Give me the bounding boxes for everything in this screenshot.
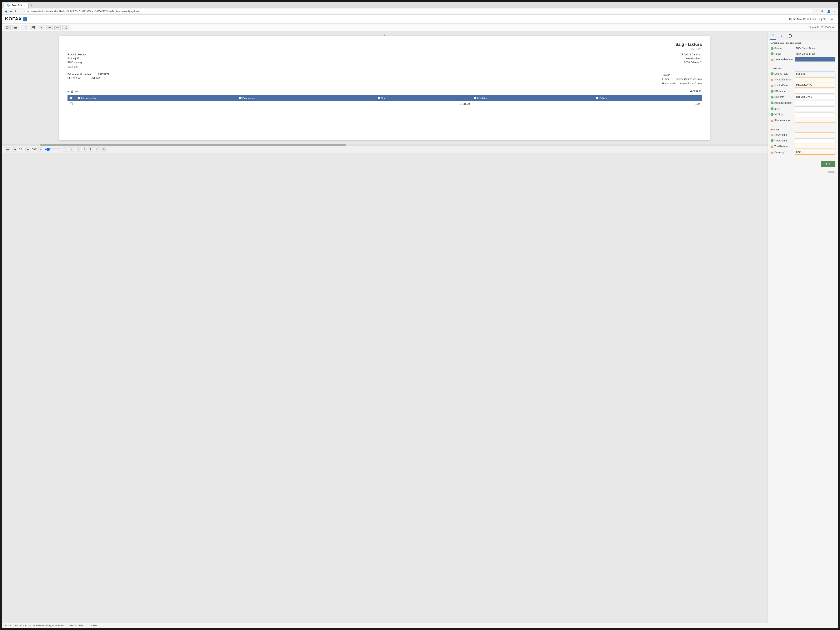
ponumber-input[interactable]	[795, 89, 835, 93]
new-tab-button[interactable]: +	[28, 3, 35, 8]
scrollbar-thumb[interactable]	[40, 144, 346, 146]
col-qty: Qty	[381, 97, 385, 100]
fit-width-btn[interactable]: ↔	[76, 147, 81, 152]
bookmark-button[interactable]: ☆	[814, 9, 818, 13]
row-checkbox[interactable]	[69, 102, 73, 105]
browser-tab[interactable]: 🌐 ReadSoft ✕	[4, 3, 28, 8]
invoicedate-row: InvoiceDate	[771, 83, 835, 88]
leverandor-input[interactable]	[795, 57, 835, 62]
home-button[interactable]: ⌂	[20, 9, 23, 13]
back-button[interactable]: ◀	[4, 9, 8, 13]
taxamount-row: ✓ TaxAmount	[771, 138, 835, 143]
extamt-col-checkbox[interactable]	[596, 97, 598, 99]
invoicenumber-input[interactable]	[795, 77, 835, 82]
vatreg-row: ✓ VATReg	[771, 112, 835, 117]
koeber-field-row: ✓ Køber NAV Demo Brian	[771, 52, 835, 56]
leverandor-field-row: Leverandørnavn	[771, 57, 835, 62]
toolbar-first-btn[interactable]: ⏮	[12, 25, 19, 30]
article-col-checkbox[interactable]	[77, 97, 80, 99]
next-page-btn[interactable]: ▶	[25, 147, 30, 152]
tab-comments[interactable]: 💬	[787, 33, 793, 40]
footer-bar: © 2013-2017 Lexmark and its affiliates. …	[2, 623, 838, 628]
unitprice-col-checkbox[interactable]	[474, 97, 477, 99]
reload-button[interactable]: ↻	[14, 9, 18, 13]
ponumber-status: ✓	[771, 90, 774, 93]
copyright-text: © 2013-2017 Lexmark and its affiliates. …	[5, 624, 64, 627]
taxamount-status: ✓	[771, 139, 774, 142]
rotate-left-btn[interactable]: ↺	[95, 147, 100, 152]
rotate-right-btn[interactable]: ↻	[101, 147, 106, 152]
varelinjer-label: Varelinjer	[690, 90, 702, 93]
desc-col-checkbox[interactable]	[239, 97, 242, 99]
duedate-status: ✓	[771, 96, 774, 98]
delete-row-btn[interactable]: 🗑	[71, 90, 74, 93]
toolbar-print-btn[interactable]: 🖨	[62, 25, 69, 30]
debitcredit-input[interactable]	[795, 71, 835, 76]
help-link[interactable]: Hjælp	[819, 17, 826, 21]
iban-label: IBAN	[774, 107, 780, 110]
phonenumber-status	[771, 119, 774, 122]
totalamount-status	[771, 145, 774, 148]
forward-button[interactable]: ▶	[9, 9, 13, 13]
edit-row-btn[interactable]: ✏	[76, 90, 78, 93]
qty-col-checkbox[interactable]	[378, 97, 380, 99]
invoicedate-input[interactable]	[795, 83, 835, 88]
leverandor-status-warn	[771, 58, 774, 61]
invoicenumber-row: InvoiceNumber	[771, 77, 835, 82]
address-bar-text: nav.readsoftonline.com/html/koffice/6c2a…	[31, 10, 139, 13]
row-qty: 3.131,00	[376, 101, 472, 107]
toolbar-cancel-btn[interactable]: ✕	[38, 25, 45, 30]
toolbar-save-btn[interactable]: ☐	[4, 25, 11, 30]
accountnumber-input[interactable]	[795, 101, 835, 105]
toolbar-save2-btn[interactable]: 💾	[30, 25, 37, 30]
menu-button[interactable]: ≡	[833, 9, 836, 13]
duedate-input[interactable]	[795, 95, 835, 99]
extensions-button[interactable]: ⊕	[820, 9, 824, 13]
download-btn[interactable]: ⬇	[88, 147, 93, 152]
ok-button[interactable]: OK	[821, 161, 835, 167]
vatreg-input[interactable]	[795, 112, 835, 117]
debitcredit-label: Debit/Credit	[774, 72, 788, 75]
totalamount-input[interactable]	[795, 144, 835, 149]
user-profile-button[interactable]: 👤	[826, 9, 831, 13]
tab-info[interactable]: ℹ	[780, 33, 783, 40]
cursor-btn[interactable]: I	[83, 147, 86, 152]
toolbar-email-btn[interactable]: ✉	[46, 25, 53, 30]
currency-input[interactable]	[795, 150, 835, 155]
iban-input[interactable]	[795, 106, 835, 111]
add-row-btn[interactable]: +	[68, 90, 69, 93]
kunde-value: NAV Demo Brian	[795, 46, 835, 51]
zoom-slider[interactable]	[44, 148, 61, 151]
horizontal-scrollbar[interactable]	[2, 144, 767, 146]
kunde-status-ok: ✓	[771, 47, 774, 50]
select-all-checkbox[interactable]	[69, 96, 73, 99]
col-description: Description	[243, 97, 255, 100]
powered-by: Powere...	[768, 170, 838, 174]
toolbar-edit-btn[interactable]: ✏	[54, 25, 61, 30]
zoom-in-btn[interactable]: +	[63, 147, 67, 152]
fit-btn[interactable]: ⤢	[69, 147, 74, 152]
zoom-out-btn[interactable]: −	[38, 147, 43, 152]
phonenumber-input[interactable]	[795, 118, 835, 123]
netamount-label: NetAmount	[774, 133, 787, 136]
right-panel: 📄 ℹ 💬 KØBER OG LEVERANDØR ✓ Kunde NAV De…	[767, 32, 838, 623]
cookies-link[interactable]: Cookies	[89, 624, 97, 627]
vatreg-status: ✓	[771, 113, 774, 116]
toolbar-doc-btn[interactable]: 📄	[21, 25, 28, 30]
table-actions: + 🗑 ✏	[68, 89, 78, 94]
tab-close[interactable]: ✕	[24, 4, 25, 7]
taxamount-input[interactable]	[795, 138, 835, 143]
prev-page-btn[interactable]: ◀	[13, 147, 17, 152]
tab-document[interactable]: 📄	[770, 33, 775, 40]
netamount-input[interactable]	[795, 133, 835, 137]
table-row: 3.131,00 0,00	[68, 101, 702, 107]
duedate-label: DueDate	[774, 96, 784, 98]
debitcredit-status: ✓	[771, 72, 774, 75]
document-page: Salg - faktura Side 1 af 1 Ravel 2 - Møb…	[59, 36, 710, 140]
terms-link[interactable]: Terms of Use	[70, 624, 83, 627]
panel-tabs: 📄 ℹ 💬	[768, 32, 838, 40]
logout-link[interactable]: Lo...	[830, 17, 835, 21]
first-page-btn[interactable]: ◀◀	[4, 147, 11, 152]
koeber-label: Køber	[774, 52, 781, 55]
invoicenumber-label: InvoiceNumber	[774, 78, 791, 81]
